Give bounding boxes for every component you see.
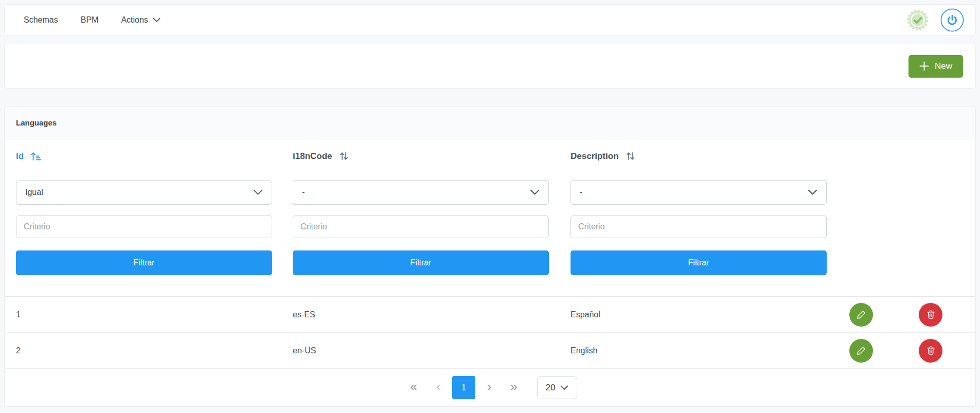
edit-column-header	[828, 139, 895, 296]
cell-edit	[828, 339, 895, 363]
i18ncode-criteria-input[interactable]	[293, 216, 549, 238]
cell-id: 2	[16, 346, 293, 355]
id-operator-select[interactable]: Igual	[16, 180, 272, 205]
chevron-down-icon	[560, 385, 568, 390]
cell-delete	[895, 303, 967, 327]
edit-button[interactable]	[849, 303, 873, 327]
power-icon	[940, 8, 964, 32]
plus-icon	[919, 61, 929, 71]
toolbar: New	[4, 44, 976, 88]
chevron-down-icon	[253, 189, 263, 195]
i18ncode-filter-button[interactable]: Filtrar	[293, 250, 549, 275]
delete-button[interactable]	[919, 303, 942, 327]
page-size-value: 20	[546, 383, 556, 393]
first-page-button[interactable]: «	[403, 376, 424, 399]
cell-description: Español	[571, 310, 828, 319]
new-button-label: New	[935, 61, 952, 71]
nav-item-label: BPM	[81, 15, 99, 25]
pencil-icon	[856, 309, 867, 320]
last-page-button[interactable]: »	[503, 376, 525, 399]
cell-edit	[828, 303, 895, 327]
badge-check-icon	[906, 9, 929, 31]
nav-item-bpm[interactable]: BPM	[73, 11, 106, 29]
sort-alt-icon	[338, 151, 349, 161]
cell-description: English	[571, 346, 828, 355]
column-label: i18nCode	[293, 151, 332, 161]
new-button[interactable]: New	[908, 55, 963, 78]
description-operator-select[interactable]: -	[571, 180, 827, 205]
trash-icon	[925, 309, 936, 320]
description-criteria-input[interactable]	[571, 216, 827, 238]
power-button[interactable]	[940, 8, 964, 32]
sort-amount-up-icon	[30, 151, 42, 161]
panel-header: Languages	[5, 106, 975, 139]
page-size-select[interactable]: 20	[537, 376, 577, 399]
selected-operator: -	[580, 188, 582, 197]
next-page-button[interactable]: ›	[478, 376, 500, 399]
cell-i18ncode: es-ES	[293, 310, 571, 319]
chevron-down-icon	[530, 189, 540, 195]
nav-item-schemas[interactable]: Schemas	[16, 11, 66, 29]
navbar-right-group	[906, 8, 964, 32]
column-header-id: Id Igual	[16, 139, 293, 296]
cell-id: 1	[16, 310, 293, 319]
edit-button[interactable]	[849, 339, 873, 363]
sort-header-description[interactable]: Description	[571, 151, 636, 161]
languages-panel: Languages Id	[4, 106, 976, 407]
selected-operator: -	[302, 188, 305, 197]
sort-header-i18ncode[interactable]: i18nCode	[293, 151, 349, 161]
nav-item-actions[interactable]: Actions	[113, 11, 168, 29]
table-row: 1 es-ES Español	[5, 297, 975, 333]
sort-header-id[interactable]: Id	[16, 151, 42, 161]
cell-i18ncode: en-US	[293, 346, 571, 355]
column-header-description: Description - Filtrar	[571, 139, 828, 296]
i18ncode-operator-select[interactable]: -	[293, 180, 549, 205]
page-1-button[interactable]: 1	[452, 376, 475, 399]
column-header-i18ncode: i18nCode - Filtrar	[293, 139, 571, 296]
id-criteria-input[interactable]	[16, 216, 272, 238]
pagination: « ‹ 1 › » 20	[5, 369, 975, 406]
pencil-icon	[856, 345, 867, 356]
trash-icon	[925, 345, 936, 356]
description-filter-button[interactable]: Filtrar	[571, 250, 827, 275]
id-filter-button[interactable]: Filtrar	[16, 250, 272, 275]
column-label: Description	[571, 151, 619, 161]
nav-item-label: Schemas	[24, 15, 58, 25]
cell-delete	[895, 339, 967, 363]
chevron-down-icon	[153, 17, 161, 23]
top-navbar: Schemas BPM Actions	[4, 4, 976, 36]
delete-button[interactable]	[919, 339, 942, 363]
prev-page-button[interactable]: ‹	[427, 376, 449, 399]
selected-operator: Igual	[25, 188, 43, 197]
nav-item-label: Actions	[121, 15, 148, 25]
sort-alt-icon	[625, 151, 636, 161]
chevron-down-icon	[808, 189, 817, 195]
delete-column-header	[895, 139, 967, 296]
table-header: Id Igual	[5, 139, 975, 297]
panel-title: Languages	[16, 118, 57, 127]
column-label: Id	[16, 151, 24, 161]
table-row: 2 en-US English	[5, 333, 975, 369]
